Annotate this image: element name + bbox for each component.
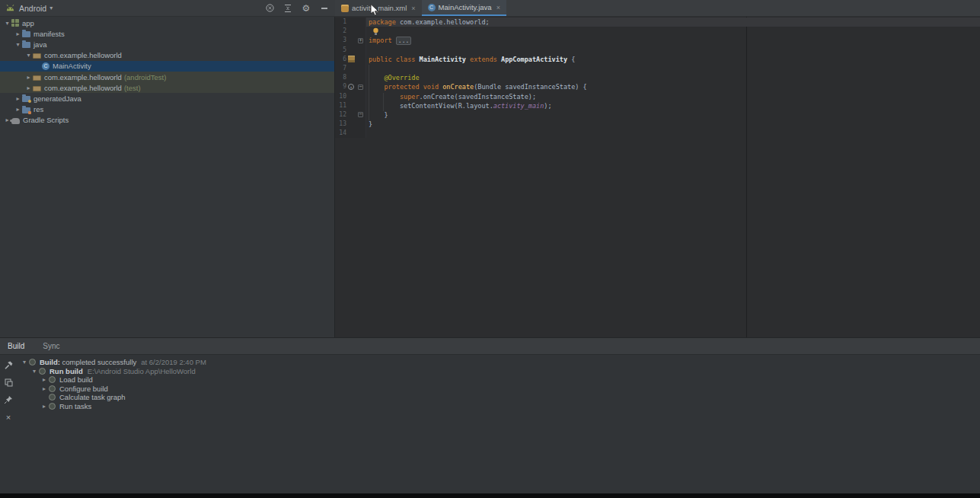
line-number: 6 xyxy=(335,55,346,64)
fold-minus-icon[interactable]: − xyxy=(358,85,363,90)
tree-item-gradle-scripts[interactable]: ▸Gradle Scripts xyxy=(0,115,334,126)
code-text xyxy=(366,129,980,138)
chevron-right-icon[interactable]: ▸ xyxy=(40,376,49,383)
gutter-icon-slot xyxy=(346,110,357,120)
build-tab-build[interactable]: Build xyxy=(8,342,24,350)
code-segment: extends xyxy=(470,56,501,63)
tree-item-res[interactable]: ▸res xyxy=(0,104,334,115)
fold-slot: − xyxy=(357,82,364,91)
build-item-calculate-task-graph[interactable]: Calculate task graph xyxy=(17,393,980,402)
fold-slot xyxy=(357,55,364,64)
code-line-12[interactable]: 12− } xyxy=(335,110,980,120)
android-studio-window: Android ▾ ⚙ activity_main.xml×CMainActiv… xyxy=(0,0,980,498)
gutter: 11 xyxy=(335,101,366,110)
settings-gear-icon[interactable]: ⚙ xyxy=(301,3,311,14)
code-line-11[interactable]: 11 setContentView(R.layout.activity_main… xyxy=(335,101,980,110)
code-line-6[interactable]: 6public class MainActivity extends AppCo… xyxy=(335,55,980,64)
code-segment: .onCreate(savedInstanceState); xyxy=(420,93,537,101)
build-item-run-tasks[interactable]: ▸Run tasks xyxy=(17,402,980,411)
tree-item-manifests[interactable]: ▸manifests xyxy=(0,28,334,39)
build-item-run-build[interactable]: ▾Run buildE:\Android Studio App\HelloWor… xyxy=(17,367,980,376)
code-editor[interactable]: 1package com.example.helloworld;23+impor… xyxy=(335,17,980,337)
code-segment xyxy=(369,74,384,81)
fold-minus-icon[interactable]: − xyxy=(358,112,363,117)
java-class-icon: C xyxy=(428,4,436,11)
android-logo-icon xyxy=(5,2,15,15)
tree-item-generatedjava[interactable]: ▸generatedJava xyxy=(0,93,334,104)
project-view-selector[interactable]: Android xyxy=(19,4,46,13)
build-item-configure-build[interactable]: ▸Configure build xyxy=(17,385,980,394)
gutter-icon-slot xyxy=(346,55,357,64)
chevron-down-icon[interactable]: ▾ xyxy=(3,20,11,27)
tab-mainactivity-java[interactable]: CMainActivity.java× xyxy=(422,0,506,16)
project-header-toolbar: ⚙ xyxy=(264,3,330,14)
collapse-all-icon[interactable] xyxy=(283,3,293,14)
code-line-9[interactable]: 9↑− protected void onCreate(Bundle saved… xyxy=(335,82,980,91)
close-tab-icon[interactable]: × xyxy=(496,4,500,11)
code-line-13[interactable]: 13} xyxy=(335,120,980,129)
chevron-right-icon[interactable]: ▸ xyxy=(24,74,33,81)
tree-item-com-example-helloworld-androidtest[interactable]: ▸com.example.helloworld(androidTest) xyxy=(0,72,334,82)
close-icon[interactable]: × xyxy=(3,412,14,423)
chevron-right-icon[interactable]: ▸ xyxy=(40,385,49,392)
code-line-3[interactable]: 3+import ... xyxy=(335,36,980,45)
tab-label: MainActivity.java xyxy=(439,3,492,11)
chevron-right-icon[interactable]: ▸ xyxy=(14,106,22,113)
fold-slot xyxy=(357,120,364,129)
code-line-8[interactable]: 8 @Override xyxy=(335,73,980,82)
code-line-7[interactable]: 7 xyxy=(335,64,980,73)
build-item-load-build[interactable]: ▸Load build xyxy=(17,375,980,385)
chevron-right-icon[interactable]: ▸ xyxy=(40,403,49,410)
console-icon[interactable] xyxy=(3,377,14,388)
build-item-text: Configure build xyxy=(59,385,108,393)
fold-plus-icon[interactable]: + xyxy=(358,38,363,43)
code-line-14[interactable]: 14 xyxy=(335,129,980,138)
code-text xyxy=(366,27,980,36)
code-line-10[interactable]: 10 super.onCreate(savedInstanceState); xyxy=(335,92,980,101)
chevron-down-icon[interactable]: ▾ xyxy=(14,41,22,48)
code-segment: import xyxy=(369,37,396,44)
folder-icon xyxy=(22,42,30,48)
build-item-completed-successfully[interactable]: ▾Build: completed successfullyat 6/2/201… xyxy=(17,358,980,367)
tree-item-com-example-helloworld[interactable]: ▾com.example.helloworld xyxy=(0,50,334,61)
code-line-5[interactable]: 5 xyxy=(335,46,980,55)
chevron-down-icon[interactable]: ▾ xyxy=(30,368,39,375)
hammer-icon[interactable] xyxy=(3,359,14,370)
chevron-right-icon[interactable]: ▸ xyxy=(24,85,33,91)
tree-item-com-example-helloworld-test[interactable]: ▸com.example.helloworld(test) xyxy=(0,82,334,93)
line-number: 10 xyxy=(335,92,346,101)
pin-icon[interactable] xyxy=(3,394,14,405)
chevron-right-icon[interactable]: ▸ xyxy=(14,95,22,102)
chevron-down-icon[interactable]: ▾ xyxy=(20,359,29,366)
class-gutter-icon xyxy=(348,56,355,62)
build-tab-sync[interactable]: Sync xyxy=(43,342,59,350)
line-number: 2 xyxy=(335,27,346,36)
tree-item-label: app xyxy=(22,19,34,27)
gutter-icon-slot: ↑ xyxy=(346,82,357,91)
gutter: 9↑− xyxy=(335,82,366,91)
chevron-down-icon[interactable]: ▾ xyxy=(24,52,33,59)
fold-slot xyxy=(357,129,364,138)
close-tab-icon[interactable]: × xyxy=(411,5,415,12)
fold-slot xyxy=(357,27,364,36)
gutter-icon-slot xyxy=(346,101,357,110)
chevron-down-icon[interactable]: ▾ xyxy=(49,5,53,11)
xml-file-icon xyxy=(341,5,349,12)
locate-file-icon[interactable] xyxy=(264,3,275,14)
build-item-title: Build: xyxy=(40,358,60,366)
code-line-1[interactable]: 1package com.example.helloworld; xyxy=(335,18,980,27)
source-set-suffix: (androidTest) xyxy=(124,73,166,81)
code-segment: (Bundle savedInstanceState) { xyxy=(474,83,586,91)
main-area: ▾app▸manifests▾java▾com.example.hellowor… xyxy=(0,17,980,337)
hide-panel-icon[interactable] xyxy=(319,3,330,14)
code-text: package com.example.helloworld; xyxy=(366,18,980,27)
gutter: 8 xyxy=(335,73,366,82)
tree-item-label: com.example.helloworld xyxy=(44,73,122,81)
tree-item-mainactivity[interactable]: CMainActivity xyxy=(0,61,334,72)
override-method-icon[interactable]: ↑ xyxy=(348,84,354,90)
chevron-right-icon[interactable]: ▸ xyxy=(14,30,22,37)
project-panel-header: Android ▾ ⚙ xyxy=(0,0,335,17)
code-line-2[interactable]: 2 xyxy=(335,27,980,36)
tree-item-app[interactable]: ▾app xyxy=(0,18,334,28)
tree-item-java[interactable]: ▾java xyxy=(0,39,334,49)
